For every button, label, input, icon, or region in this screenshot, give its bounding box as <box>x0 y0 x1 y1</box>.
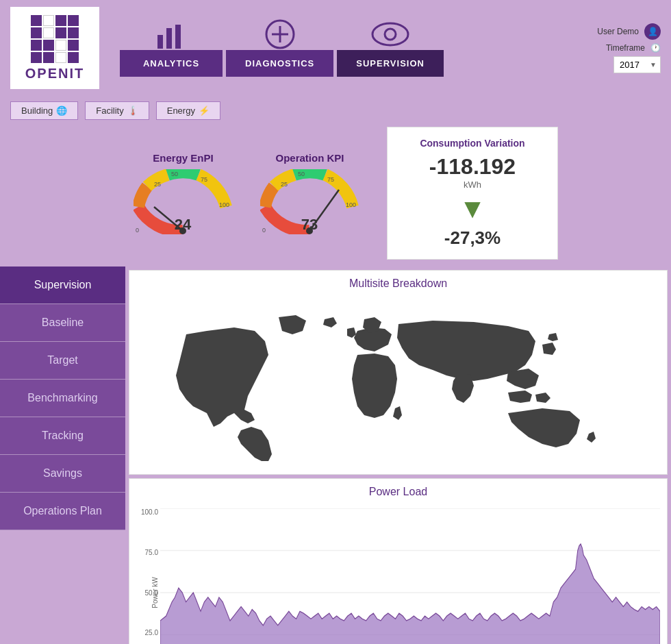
svg-text:25: 25 <box>154 181 161 188</box>
svg-text:50: 50 <box>298 171 305 177</box>
consumption-value: -118.192 <box>405 154 540 179</box>
building-label: Building <box>21 106 53 116</box>
eye-icon <box>370 19 411 50</box>
year-select-wrapper[interactable]: 2015 2016 2017 2018 <box>613 56 661 73</box>
facility-filter[interactable]: Facility 🌡️ <box>85 101 149 120</box>
year-select[interactable]: 2015 2016 2017 2018 <box>613 56 661 73</box>
y-axis-label: Power kW <box>151 577 159 608</box>
sidebar: Supervision Baseline Target Benchmarking… <box>0 267 125 644</box>
user-icon[interactable]: 👤 <box>644 23 661 40</box>
user-label: User Demo <box>597 27 639 36</box>
svg-text:0: 0 <box>136 227 139 234</box>
svg-text:0: 0 <box>262 227 266 234</box>
svg-text:25: 25 <box>281 181 288 188</box>
consumption-title: Consumption Variation <box>405 138 540 149</box>
chart-svg-area: Power kW <box>160 508 660 644</box>
svg-text:73: 73 <box>301 216 318 233</box>
kpi-section: Energy EnPI 0 50 100 25 75 24 Operation … <box>0 123 671 267</box>
svg-text:75: 75 <box>201 176 207 183</box>
energy-filter[interactable]: Energy ⚡ <box>156 101 220 120</box>
sidebar-item-savings[interactable]: Savings <box>0 455 125 493</box>
world-map-container <box>129 297 667 474</box>
nav-tab-supervision[interactable]: SUPERVISION <box>337 19 444 77</box>
facility-label: Facility <box>96 106 123 116</box>
user-area: User Demo 👤 Timeframe 🕐 2015 2016 2017 2… <box>597 23 661 73</box>
sidebar-item-baseline[interactable]: Baseline <box>0 304 125 342</box>
operation-kpi-gauge: Operation KPI 0 50 100 25 75 73 <box>260 152 359 234</box>
sidebar-item-tracking[interactable]: Tracking <box>0 417 125 455</box>
timeframe-label: Timeframe <box>606 43 645 53</box>
consumption-box: Consumption Variation -118.192 kWh ▼ -27… <box>387 127 558 260</box>
sidebar-item-supervision[interactable]: Supervision <box>0 267 125 304</box>
nav-tab-analytics[interactable]: ANALYTICS <box>120 19 223 77</box>
consumption-percent: -27,3% <box>405 227 540 249</box>
logo-label: OPENIT <box>25 66 84 82</box>
svg-text:100: 100 <box>346 201 356 208</box>
y-tick-100: 100.0 <box>133 508 158 516</box>
plus-circle-icon <box>259 19 301 50</box>
header: OPENIT ANALYTICS D <box>0 0 671 96</box>
down-arrow-icon: ▼ <box>405 193 540 224</box>
energy-label: Energy <box>167 106 195 116</box>
y-tick-75: 75.0 <box>133 549 158 556</box>
svg-text:24: 24 <box>175 216 192 233</box>
sidebar-item-operations-plan[interactable]: Operations Plan <box>0 493 125 530</box>
multisite-title: Multisite Breakdown <box>129 271 667 297</box>
nav-tab-diagnostics[interactable]: DIAGNOSTICS <box>226 19 333 77</box>
facility-icon: 🌡️ <box>127 106 138 116</box>
bar-chart-icon <box>151 19 192 50</box>
main-content: Supervision Baseline Target Benchmarking… <box>0 267 671 644</box>
y-tick-25: 25.0 <box>133 629 158 636</box>
energy-enpi-title: Energy EnPI <box>153 152 213 164</box>
chart-container: 100.0 75.0 50.0 25.0 0.0 Power kW <box>129 505 667 644</box>
consumption-unit: kWh <box>405 179 540 190</box>
svg-text:50: 50 <box>171 171 178 177</box>
user-row: User Demo 👤 <box>597 23 661 40</box>
svg-point-7 <box>385 29 396 40</box>
operation-kpi-title: Operation KPI <box>275 152 344 164</box>
supervision-button[interactable]: SUPERVISION <box>337 50 444 77</box>
svg-rect-2 <box>175 25 181 49</box>
svg-point-6 <box>372 23 408 45</box>
nav-tabs: ANALYTICS DIAGNOSTICS SUPERVISION <box>120 19 597 77</box>
energy-enpi-gauge: Energy EnPI 0 50 100 25 75 24 <box>134 152 233 234</box>
content-area: Multisite Breakdown <box>125 267 671 644</box>
diagnostics-button[interactable]: DIAGNOSTICS <box>226 50 333 77</box>
logo: OPENIT <box>10 7 99 89</box>
timeframe-row: Timeframe 🕐 <box>606 43 661 53</box>
svg-rect-0 <box>157 35 163 49</box>
world-map-svg <box>145 307 652 465</box>
filters-bar: Building 🌐 Facility 🌡️ Energy ⚡ <box>0 96 671 123</box>
sidebar-item-benchmarking[interactable]: Benchmarking <box>0 380 125 417</box>
svg-text:100: 100 <box>219 201 229 208</box>
svg-text:75: 75 <box>327 176 334 183</box>
power-load-panel: Power Load 100.0 75.0 50.0 25.0 0.0 Powe… <box>129 478 668 644</box>
operation-kpi-svg: 0 50 100 25 75 73 <box>260 169 359 234</box>
analytics-button[interactable]: ANALYTICS <box>120 50 223 77</box>
building-filter[interactable]: Building 🌐 <box>10 101 78 120</box>
power-load-title: Power Load <box>129 479 667 505</box>
multisite-panel: Multisite Breakdown <box>129 270 668 475</box>
building-icon: 🌐 <box>56 106 67 116</box>
energy-enpi-svg: 0 50 100 25 75 24 <box>134 169 233 234</box>
power-load-chart-svg <box>160 508 660 644</box>
clock-icon: 🕐 <box>650 43 661 53</box>
energy-icon: ⚡ <box>199 106 210 116</box>
svg-rect-1 <box>166 28 172 49</box>
sidebar-item-target[interactable]: Target <box>0 342 125 380</box>
